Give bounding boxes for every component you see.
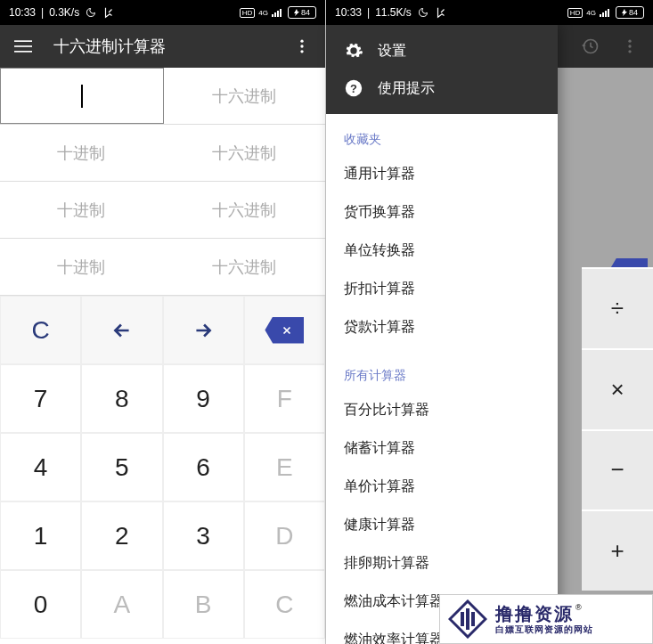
app-bar: 十六进制计算器 (0, 25, 325, 68)
battery-indicator: 84 (288, 6, 316, 19)
drawer-item[interactable]: 储蓄计算器 (326, 429, 558, 468)
svg-rect-22 (471, 612, 475, 626)
svg-point-9 (300, 50, 303, 53)
key-a[interactable]: A (81, 570, 162, 639)
app-title: 十六进制计算器 (53, 36, 272, 57)
help-icon: ? (344, 78, 363, 98)
signal-icon: 4G (258, 9, 268, 17)
drawer-item[interactable]: 通用计算器 (326, 155, 558, 193)
active-input[interactable] (0, 68, 164, 124)
drawer-item[interactable]: 单价计算器 (326, 468, 558, 506)
conversion-area: 十六进制 十进制 十六进制 十进制 十六进制 十进制 十六进制 (0, 68, 325, 296)
menu-icon[interactable] (7, 30, 39, 62)
mute-icon (102, 6, 115, 19)
navigation-drawer: 设置 ? 使用提示 收藏夹 通用计算器 货币换算器 单位转换器 折扣计算器 贷款… (326, 25, 558, 644)
key-8[interactable]: 8 (81, 364, 162, 433)
key-f[interactable]: F (244, 364, 325, 433)
status-time: 10:33 (335, 6, 362, 19)
drawer-item[interactable]: 折扣计算器 (326, 270, 558, 308)
signal-icon: 4G (586, 9, 596, 17)
arrow-right-key[interactable] (163, 296, 244, 364)
watermark-sub: 白嫖互联网资源的网站 (495, 624, 593, 635)
svg-point-8 (300, 45, 303, 47)
signal-bars-icon (600, 8, 612, 17)
conversion-row: 十进制 十六进制 (0, 239, 325, 296)
base-label[interactable]: 十六进制 (163, 182, 326, 238)
signal-bars-icon (272, 8, 284, 17)
keypad: C 7 8 9 F 4 5 6 E 1 2 3 D 0 A B C (0, 296, 325, 639)
svg-rect-5 (14, 45, 32, 47)
key-1[interactable]: 1 (0, 501, 81, 570)
base-label[interactable]: 十进制 (0, 182, 163, 238)
svg-point-7 (300, 40, 303, 43)
hd-badge: HD (567, 8, 584, 18)
drawer-tips[interactable]: ? 使用提示 (326, 69, 558, 107)
base-label[interactable]: 十六进制 (163, 125, 326, 181)
key-2[interactable]: 2 (81, 501, 162, 570)
drawer-tips-label: 使用提示 (378, 79, 435, 98)
svg-rect-3 (280, 9, 282, 17)
drawer-item[interactable]: 货币换算器 (326, 193, 558, 232)
key-5[interactable]: 5 (81, 433, 162, 501)
left-phone: 10:33 | 0.3K/s HD 4G 84 十六进制计算器 (0, 0, 326, 644)
drawer-item[interactable]: 健康计算器 (326, 506, 558, 544)
svg-rect-13 (608, 9, 609, 17)
op-plus[interactable]: + (582, 509, 653, 591)
status-bar: 10:33 | 11.5K/s HD 4G 84 (326, 0, 653, 25)
op-divide[interactable]: ÷ (582, 267, 653, 348)
watermark: 撸撸资源 ® 白嫖互联网资源的网站 (439, 594, 653, 644)
drawer-header: 设置 ? 使用提示 (326, 25, 558, 114)
text-cursor (81, 85, 83, 108)
clear-key[interactable]: C (0, 296, 81, 364)
watermark-main: 撸撸资源 (495, 603, 574, 624)
key-6[interactable]: 6 (163, 433, 244, 501)
key-0[interactable]: 0 (0, 570, 81, 639)
favorites-title: 收藏夹 (326, 123, 558, 155)
drawer-settings[interactable]: 设置 (326, 32, 558, 69)
arrow-left-key[interactable] (81, 296, 162, 364)
key-4[interactable]: 4 (0, 433, 81, 501)
svg-rect-10 (600, 14, 601, 17)
drawer-item[interactable]: 单位转换器 (326, 232, 558, 270)
base-label[interactable]: 十进制 (0, 239, 163, 295)
drawer-item[interactable]: 贷款计算器 (326, 308, 558, 346)
drawer-favorites-section: 收藏夹 通用计算器 货币换算器 单位转换器 折扣计算器 贷款计算器 (326, 114, 558, 350)
key-b[interactable]: B (163, 570, 244, 639)
drawer-item[interactable]: 百分比计算器 (326, 391, 558, 429)
status-net: 0.3K/s (49, 6, 79, 19)
drawer-settings-label: 设置 (378, 42, 406, 61)
key-3[interactable]: 3 (163, 501, 244, 570)
status-bar: 10:33 | 0.3K/s HD 4G 84 (0, 0, 325, 25)
base-label[interactable]: 十六进制 (164, 68, 326, 124)
background-operators: ÷ × − + (582, 232, 653, 591)
gear-icon (344, 41, 363, 61)
moon-icon (85, 6, 97, 19)
watermark-text: 撸撸资源 ® 白嫖互联网资源的网站 (495, 603, 593, 635)
key-d[interactable]: D (244, 501, 325, 570)
svg-rect-21 (466, 608, 469, 630)
svg-rect-1 (274, 12, 276, 17)
base-label[interactable]: 十进制 (0, 125, 163, 181)
watermark-reg: ® (575, 603, 582, 613)
status-net: 11.5K/s (375, 6, 412, 19)
mute-icon (435, 6, 447, 19)
op-minus[interactable]: − (582, 429, 653, 510)
key-7[interactable]: 7 (0, 364, 81, 433)
watermark-logo-icon (447, 599, 488, 640)
svg-rect-6 (14, 51, 32, 53)
battery-indicator: 84 (616, 6, 644, 19)
key-e[interactable]: E (244, 433, 325, 501)
svg-rect-4 (14, 40, 32, 42)
key-c[interactable]: C (244, 570, 325, 639)
status-time: 10:33 (9, 6, 36, 19)
svg-rect-20 (461, 612, 464, 626)
backspace-key[interactable] (244, 296, 325, 364)
drawer-item[interactable]: 排卵期计算器 (326, 544, 558, 583)
overflow-icon[interactable] (286, 30, 318, 62)
conversion-row: 十六进制 (0, 68, 325, 125)
base-label[interactable]: 十六进制 (163, 239, 326, 295)
moon-icon (417, 6, 429, 19)
key-9[interactable]: 9 (163, 364, 244, 433)
right-phone: 10:33 | 11.5K/s HD 4G 84 (326, 0, 653, 644)
op-times[interactable]: × (582, 348, 653, 429)
